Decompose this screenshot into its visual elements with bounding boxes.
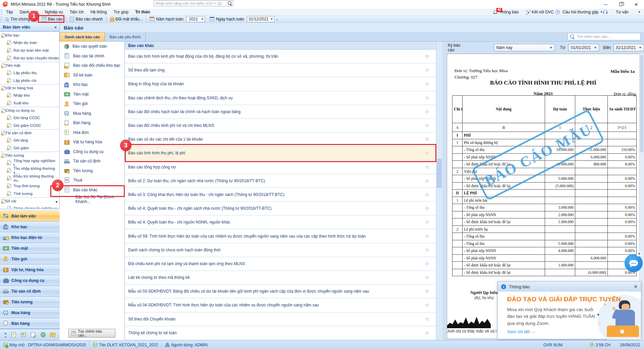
star-icon[interactable]: ☆ bbox=[425, 136, 429, 142]
sidebar-entry[interactable]: Tổng hợp ngày nghỉ/làm t.. bbox=[0, 159, 59, 166]
star-icon[interactable]: ☆ bbox=[425, 122, 429, 129]
sidebar-nav-button[interactable]: Vật tư, Hàng hóa bbox=[0, 264, 60, 275]
star-icon[interactable]: ☆ bbox=[425, 233, 429, 239]
customize-report-button[interactable]: Tùy chỉnh báo cáo... bbox=[68, 329, 115, 338]
pane-scroll-icon[interactable]: ▼ bbox=[55, 200, 58, 204]
sidebar-entry[interactable]: Thêm chứng từ nghiệp vụ bbox=[0, 204, 59, 208]
sidebar-nav-button[interactable]: Tiền gửi bbox=[0, 254, 60, 264]
report-row[interactable]: Báo cáo đối chiếu kinh phí rút và chi th… bbox=[125, 119, 436, 133]
sidebar-nav-button[interactable]: Bán hàng bbox=[0, 318, 60, 329]
report-row[interactable]: Mẫu số 04-SDKP/ĐVDT: Tình hình thực hiện… bbox=[125, 298, 436, 312]
star-icon[interactable]: ☆ bbox=[425, 302, 429, 308]
posting-date-select[interactable]: 31/12/2021 bbox=[247, 16, 274, 22]
star-icon[interactable]: ☆ bbox=[425, 261, 429, 267]
report-row[interactable]: Biểu số 59: Tình hình thực hiện dự toán … bbox=[125, 229, 436, 243]
tray-icon[interactable] bbox=[21, 332, 26, 338]
sidebar-entry[interactable]: Nhập kho bbox=[0, 91, 59, 99]
tray-icon[interactable] bbox=[11, 332, 17, 338]
category-item[interactable]: Tiền lương bbox=[60, 166, 124, 176]
change-password-button[interactable]: Đổi mật khẩu... bbox=[107, 15, 146, 23]
star-icon[interactable]: ☆ bbox=[425, 275, 429, 281]
report-row[interactable]: Mẫu số 03-SDKP/ĐVDT: Bảng đối chiếu số d… bbox=[125, 285, 436, 298]
sidebar-nav-button[interactable]: Tiền mặt bbox=[0, 243, 60, 254]
tab[interactable]: Báo cáo yêu thích bbox=[105, 32, 146, 41]
sidebar-entry[interactable]: Ghi giảm CCDC bbox=[0, 121, 59, 129]
sidebar-entry[interactable]: Lập phiếu chi bbox=[0, 77, 59, 84]
advice-dropdown[interactable] bbox=[638, 9, 640, 15]
category-item[interactable]: Mua hàng bbox=[60, 109, 124, 118]
tray-icon[interactable] bbox=[31, 332, 36, 338]
report-row[interactable]: Thống kê chứng từ kế toán ☆ bbox=[125, 326, 436, 340]
category-item[interactable]: Thuế bbox=[60, 176, 124, 185]
category-item[interactable]: Báo cáo tài chính bbox=[60, 51, 124, 61]
report-row[interactable]: Đối chiếu kinh phí rút tạm ứng và thanh … bbox=[125, 257, 436, 271]
sidebar-entry[interactable]: Tài sản cố định bbox=[0, 129, 59, 136]
category-item[interactable]: Sổ kế toán bbox=[60, 70, 124, 80]
report-row[interactable]: Sổ theo dõi tạm ứng ☆ bbox=[125, 63, 436, 77]
star-icon[interactable]: ☆ bbox=[425, 288, 429, 294]
star-icon[interactable]: ☆ bbox=[425, 164, 429, 170]
sidebar-entry[interactable]: Thu nhập không thường x... bbox=[0, 166, 59, 174]
sidebar-nav-button[interactable]: Mua hàng bbox=[0, 307, 60, 318]
category-item[interactable]: Tiền gửi bbox=[60, 99, 124, 109]
sidebar-nav-button[interactable]: Tiền lương bbox=[0, 297, 60, 307]
report-row[interactable]: Bảng in tổng hợp của tài khoản ☆ bbox=[125, 77, 436, 91]
star-icon[interactable]: ☆ bbox=[425, 95, 429, 101]
menu-tep[interactable]: Tệp bbox=[3, 9, 16, 15]
report-row[interactable]: Danh sách chứng từ chưa sinh hạch toán đ… bbox=[125, 243, 436, 257]
category-item[interactable]: Báo cáo đối chiếu kho bạc bbox=[60, 61, 124, 70]
category-item[interactable]: Công cụ dụng cụ bbox=[60, 147, 124, 157]
star-icon[interactable]: ☆ bbox=[425, 205, 429, 211]
sidebar-nav-button[interactable]: Bàn làm việc bbox=[0, 211, 60, 221]
report-list-scrollbar[interactable] bbox=[436, 42, 442, 340]
from-date-select[interactable]: 01/01/2021 bbox=[569, 44, 599, 51]
period-select[interactable]: Năm nay bbox=[494, 44, 555, 51]
sidebar-entry[interactable]: Rút dự toán tiền mặt bbox=[0, 46, 59, 54]
maximize-button[interactable] bbox=[613, 0, 629, 9]
support-chat-button[interactable] bbox=[625, 254, 643, 272]
sidebar-entry[interactable]: Lập phiếu thu bbox=[0, 69, 59, 77]
sidebar-entry[interactable]: Khấu trừ không thường xu.. bbox=[0, 174, 59, 182]
report-row[interactable]: Liệt kê chứng từ theo mã thống kê ☆ bbox=[125, 271, 436, 285]
star-icon[interactable]: ☆ bbox=[425, 67, 429, 73]
star-icon[interactable]: ☆ bbox=[425, 192, 429, 198]
report-row[interactable]: Báo cáo tình hình kinh phí hoạt động của… bbox=[125, 50, 436, 63]
report-row[interactable]: Biểu số 4: Quyết toán thu - chi nguồn NS… bbox=[125, 215, 436, 229]
sidebar-entry[interactable]: Vật tư hàng hoá bbox=[0, 84, 59, 91]
category-item[interactable]: Hóa đơn bbox=[60, 128, 124, 138]
feature-search-input[interactable]: Nhập tính năng cần tìm kiếm (Ctrl + Q) bbox=[154, 0, 233, 6]
sidebar-nav-button[interactable]: Tài sản cố định bbox=[0, 286, 60, 297]
sidebar-entry[interactable]: Rút dự toán chuyển khoản bbox=[0, 54, 59, 62]
report-row[interactable]: Báo cáo tổng hợp công nợ ☆ bbox=[125, 160, 436, 174]
tray-icon[interactable] bbox=[40, 332, 46, 338]
collapse-icon[interactable]: « bbox=[54, 25, 57, 30]
sidebar-entry[interactable]: Ghi giảm bbox=[0, 144, 59, 152]
sidebar-entry[interactable]: Công cụ dụng cụ bbox=[0, 107, 59, 114]
sidebar-nav-button[interactable]: Kho bạc điện tử bbox=[0, 232, 60, 243]
report-row[interactable]: Biểu số 4: Quyết toán thu - chi ngân sác… bbox=[125, 202, 436, 215]
sidebar-entry[interactable]: Tiền lương bbox=[0, 152, 59, 159]
to-date-select[interactable]: 31/12/2021 bbox=[613, 44, 644, 51]
report-row[interactable]: Biểu số 3: Công khai thực hiện dự toán t… bbox=[125, 188, 436, 202]
menu-he-thong[interactable]: Hệ thống bbox=[87, 9, 110, 15]
sidebar-entry[interactable]: Sổ cái bbox=[0, 197, 59, 204]
star-icon[interactable]: ☆ bbox=[425, 109, 429, 115]
fiscal-year-select[interactable]: 2021 bbox=[186, 16, 205, 22]
sidebar-entry[interactable]: Tiền mặt bbox=[0, 62, 59, 69]
notification-link[interactable]: Xem chi tiết → bbox=[507, 329, 536, 334]
category-item[interactable]: Kho bạc bbox=[60, 80, 124, 90]
notification-close-icon[interactable]: ✕ bbox=[634, 284, 638, 289]
chat-close-icon[interactable]: ✕ bbox=[637, 251, 642, 256]
star-icon[interactable]: ☆ bbox=[425, 330, 429, 336]
sidebar-entry[interactable]: Xuất kho bbox=[0, 99, 59, 107]
star-icon[interactable]: ☆ bbox=[425, 316, 429, 322]
report-row[interactable]: Biểu số 2: Dự toán thu, chi ngân sách nh… bbox=[125, 174, 436, 188]
star-icon[interactable]: ☆ bbox=[425, 81, 429, 87]
sidebar-entry[interactable]: Ghi tăng CCDC bbox=[0, 114, 59, 121]
tab[interactable]: Danh sách báo cáo bbox=[60, 32, 105, 41]
tray-icon[interactable] bbox=[50, 332, 56, 338]
category-item[interactable]: Tiền mặt bbox=[60, 90, 124, 99]
sidebar-entry[interactable]: Kho bạc bbox=[0, 32, 59, 39]
category-item[interactable]: Bán hàng bbox=[60, 118, 124, 128]
category-item[interactable]: Báo cáo quyết toán bbox=[60, 42, 124, 51]
